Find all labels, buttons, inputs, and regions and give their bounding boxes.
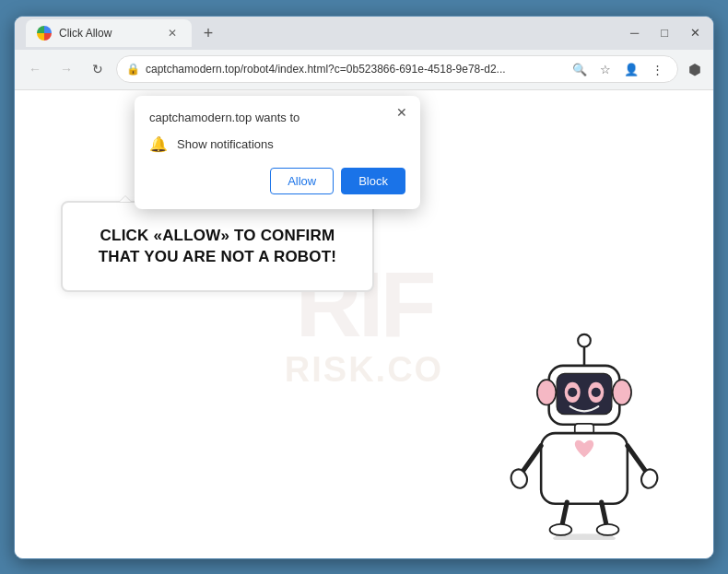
tab-title: Click Allow [59,27,157,40]
svg-point-19 [597,523,619,534]
extension-icon[interactable]: ⬢ [684,58,706,80]
allow-button[interactable]: Allow [270,168,334,194]
menu-icon[interactable]: ⋮ [646,58,668,80]
browser-window: Click Allow ✕ + ─ □ ✕ ← → ↻ 🔒 captchamod… [14,16,714,559]
popup-title: captchamodern.top wants to [149,111,387,124]
svg-line-18 [602,502,606,524]
popup-actions: Allow Block [149,168,405,194]
page-message-text: CLICK «ALLOW» TO CONFIRM THAT YOU ARE NO… [90,225,345,269]
svg-line-14 [628,445,647,473]
window-close-button[interactable]: ✕ [685,24,706,41]
profile-icon[interactable]: 👤 [620,58,642,80]
address-bar[interactable]: 🔒 captchamodern.top/robot4/index.html?c=… [116,55,678,83]
svg-point-15 [640,467,660,489]
svg-point-9 [592,387,601,396]
reload-button[interactable]: ↻ [85,56,111,82]
new-tab-button[interactable]: + [195,21,221,47]
active-tab[interactable]: Click Allow ✕ [26,19,192,47]
tab-close-button[interactable]: ✕ [164,25,181,41]
robot-illustration [501,328,667,540]
svg-point-8 [568,387,577,396]
title-bar: Click Allow ✕ + ─ □ ✕ [15,17,713,50]
permission-popup: captchamodern.top wants to ✕ 🔔 Show noti… [135,96,420,209]
bookmark-icon[interactable]: ☆ [594,58,616,80]
page-message-box: CLICK «ALLOW» TO CONFIRM THAT YOU ARE NO… [61,201,374,293]
svg-line-16 [562,502,567,524]
search-icon[interactable]: 🔍 [569,58,591,80]
back-button[interactable]: ← [22,56,48,82]
minimize-button[interactable]: ─ [625,24,644,41]
tab-favicon [37,26,52,41]
tab-bar: Click Allow ✕ + [26,19,619,47]
url-text: captchamodern.top/robot4/index.html?c=0b… [146,63,563,76]
watermark-line2: RISK.CO [285,350,443,390]
svg-point-3 [537,380,556,404]
forward-button[interactable]: → [53,56,79,82]
restore-button[interactable]: □ [655,24,674,41]
page-content: RIF RISK.CO captchamodern.top wants to ✕… [15,90,713,558]
permission-label: Show notifications [177,137,274,151]
address-actions: 🔍 ☆ 👤 ⋮ [569,58,668,80]
window-controls: ─ □ ✕ [625,24,706,41]
svg-point-13 [509,467,529,489]
robot-svg [501,328,667,540]
bell-icon: 🔔 [149,135,168,153]
block-button[interactable]: Block [341,168,405,194]
popup-close-button[interactable]: ✕ [393,103,411,122]
svg-point-17 [550,523,572,534]
popup-permission-row: 🔔 Show notifications [149,135,405,153]
svg-line-12 [522,445,541,473]
navigation-toolbar: ← → ↻ 🔒 captchamodern.top/robot4/index.h… [15,50,713,90]
lock-icon: 🔒 [126,63,140,76]
svg-point-1 [578,334,591,346]
svg-point-4 [613,380,631,404]
